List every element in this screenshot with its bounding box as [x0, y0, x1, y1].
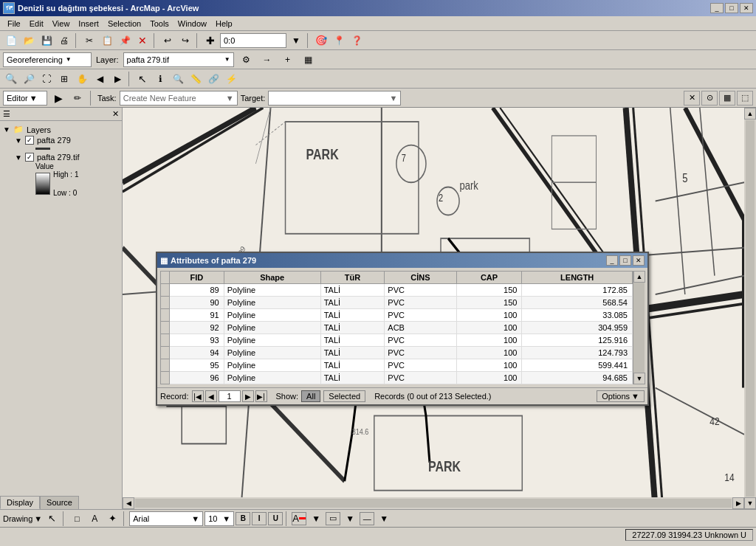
coord-dropdown[interactable]: ▼: [288, 32, 304, 49]
line-dropdown-btn[interactable]: ▼: [376, 511, 392, 527]
attr-close-btn[interactable]: ✕: [633, 255, 645, 266]
fill-dropdown-btn[interactable]: ▼: [342, 511, 358, 527]
edit-sketch-btn[interactable]: ▶: [50, 90, 66, 106]
task-dropdown[interactable]: Create New Feature ▼: [120, 91, 238, 106]
size-dropdown[interactable]: 10 ▼: [205, 511, 234, 526]
display-tab[interactable]: Display: [0, 496, 40, 509]
open-button[interactable]: 📂: [21, 32, 37, 49]
map-scroll-track[interactable]: [746, 120, 755, 497]
delete-button[interactable]: ✕: [134, 32, 151, 49]
print-button[interactable]: 🖨: [56, 32, 72, 49]
zoom-in-btn[interactable]: 🔍: [3, 71, 19, 87]
map-area[interactable]: 7 2 3 5 42 14 PARK park B.H.A DORK PARK …: [123, 108, 756, 509]
edit-vertices-btn[interactable]: ✏: [69, 90, 86, 106]
identify-btn[interactable]: 🎯: [313, 32, 329, 49]
pafta279-expand[interactable]: ▼: [15, 136, 22, 145]
col-tur[interactable]: TüR: [320, 272, 385, 284]
new-button[interactable]: 📄: [3, 32, 19, 49]
full-extent-btn[interactable]: ⛶: [38, 71, 55, 87]
map-scroll-down[interactable]: ▼: [744, 497, 756, 509]
save-button[interactable]: 💾: [38, 32, 55, 49]
paste-button[interactable]: 📌: [117, 32, 133, 49]
georef-settings[interactable]: ⚙: [238, 52, 255, 68]
menu-selection[interactable]: Selection: [103, 18, 145, 30]
georef-tool2[interactable]: +: [280, 52, 296, 68]
help-btn[interactable]: ❓: [348, 32, 365, 49]
attr-maximize-btn[interactable]: □: [619, 255, 631, 266]
close-button[interactable]: ✕: [740, 3, 753, 13]
coordinate-input[interactable]: [224, 36, 283, 45]
maximize-button[interactable]: □: [725, 3, 738, 13]
sketch-btn[interactable]: ✕: [684, 91, 700, 106]
measure-tool[interactable]: 📏: [188, 71, 204, 87]
georef-tool1[interactable]: →: [259, 52, 275, 68]
font-dropdown[interactable]: Arial ▼: [129, 511, 203, 526]
add-data-button[interactable]: ✚: [202, 32, 219, 49]
menu-view[interactable]: View: [48, 18, 75, 30]
menu-help[interactable]: Help: [211, 18, 237, 30]
redo-button[interactable]: ↪: [177, 32, 193, 49]
table-scroll-up[interactable]: ▲: [633, 271, 645, 283]
georef-dropdown[interactable]: Georeferencing ▼: [3, 52, 92, 67]
layers-expand[interactable]: ▼: [3, 125, 10, 134]
cut-button[interactable]: ✂: [81, 32, 97, 49]
italic-btn[interactable]: I: [252, 512, 267, 525]
source-tab[interactable]: Source: [40, 496, 79, 509]
pafta279-checkbox[interactable]: ✓: [25, 136, 34, 145]
pafta279tif-checkbox[interactable]: ✓: [25, 153, 34, 162]
menu-file[interactable]: File: [3, 18, 25, 30]
last-record-btn[interactable]: ▶|: [255, 390, 267, 402]
pafta279tif-expand[interactable]: ▼: [15, 153, 22, 162]
panel-close-button[interactable]: ✕: [112, 109, 119, 119]
first-record-btn[interactable]: |◀: [192, 390, 204, 402]
identify-tool[interactable]: ℹ: [152, 71, 168, 87]
pan-btn[interactable]: ✋: [74, 71, 90, 87]
map-tips-btn[interactable]: 📍: [331, 32, 347, 49]
hyperlink-tool[interactable]: 🔗: [205, 71, 221, 87]
editor-dropdown[interactable]: Editor ▼: [3, 91, 47, 106]
options-btn[interactable]: Options ▼: [597, 390, 645, 402]
col-fid[interactable]: FID: [170, 272, 224, 284]
prev-record-btn[interactable]: ◀: [205, 390, 217, 402]
col-length[interactable]: LENGTH: [522, 272, 633, 284]
target-dropdown[interactable]: ▼: [268, 91, 401, 106]
map-scroll-up[interactable]: ▲: [744, 108, 756, 120]
drawing-dropdown[interactable]: Drawing ▼: [3, 511, 42, 526]
draw-rect-btn[interactable]: □: [69, 511, 85, 527]
copy-button[interactable]: 📋: [99, 32, 115, 49]
undo-button[interactable]: ↩: [159, 32, 176, 49]
zoom-prev[interactable]: ◀: [92, 71, 108, 87]
record-input[interactable]: [219, 390, 241, 402]
line-color-btn[interactable]: —: [360, 512, 374, 525]
select-elements-btn[interactable]: ↖: [44, 511, 60, 527]
table-scroll-down[interactable]: ▼: [633, 373, 645, 384]
bold-btn[interactable]: B: [236, 512, 250, 525]
font-color-btn[interactable]: A: [292, 512, 306, 525]
georef-table[interactable]: ▦: [300, 52, 317, 68]
menu-tools[interactable]: Tools: [145, 18, 173, 30]
fill-color-btn[interactable]: ▭: [326, 512, 340, 525]
layer-dropdown[interactable]: pafta 279.tif ▼: [123, 52, 234, 67]
show-all-btn[interactable]: All: [301, 390, 320, 402]
col-cins[interactable]: CİNS: [385, 272, 456, 284]
attr-minimize-btn[interactable]: _: [606, 255, 618, 266]
color-dropdown-btn[interactable]: ▼: [308, 511, 324, 527]
col-cap[interactable]: CAP: [456, 272, 522, 284]
col-shape[interactable]: Shape: [224, 272, 320, 284]
table-scroll-track[interactable]: [633, 283, 645, 373]
map-hscroll-right[interactable]: ▶: [732, 497, 744, 509]
zoom-next[interactable]: ▶: [109, 71, 126, 87]
html-popup[interactable]: ⚡: [223, 71, 239, 87]
menu-window[interactable]: Window: [173, 18, 211, 30]
menu-edit[interactable]: Edit: [25, 18, 48, 30]
find-tool[interactable]: 🔍: [170, 71, 186, 87]
union-btn[interactable]: ⊙: [701, 91, 718, 106]
underline-btn[interactable]: U: [268, 512, 283, 525]
split-btn[interactable]: ▦: [719, 91, 735, 106]
minimize-button[interactable]: _: [710, 3, 724, 13]
draw-marker-btn[interactable]: ✦: [104, 511, 120, 527]
menu-insert[interactable]: Insert: [74, 18, 103, 30]
select-tool[interactable]: ↖: [134, 71, 151, 87]
show-selected-btn[interactable]: Selected: [323, 390, 365, 402]
map-hscroll-track[interactable]: [135, 499, 732, 508]
